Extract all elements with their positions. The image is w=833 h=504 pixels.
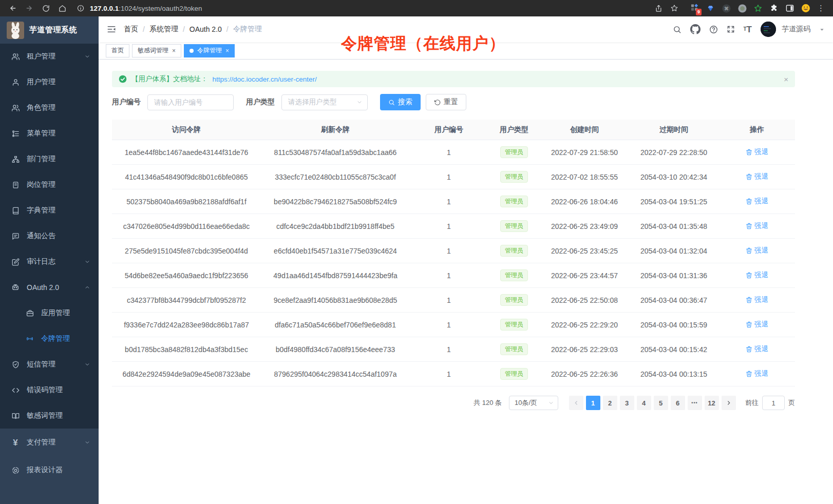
emoji-icon[interactable]: [799, 2, 812, 15]
search-button[interactable]: 搜索: [380, 94, 421, 110]
sidebar-item-sms[interactable]: 短信管理: [0, 352, 99, 377]
avatar[interactable]: [761, 22, 776, 37]
access-token-cell: c347026e805e4d99b0d116eae66eda8c: [112, 222, 261, 230]
chevron-up-icon: [84, 284, 90, 290]
page-button-3[interactable]: 3: [620, 396, 634, 410]
force-logout-button[interactable]: 强退: [746, 147, 768, 157]
username[interactable]: 芋道源码: [782, 25, 810, 34]
chevron-down-icon[interactable]: [819, 27, 825, 32]
page-button-12[interactable]: 12: [705, 396, 719, 410]
force-logout-label: 强退: [754, 147, 768, 157]
home-icon[interactable]: [55, 2, 69, 15]
sidebar-item-notice[interactable]: 通知公告: [0, 223, 99, 249]
force-logout-button[interactable]: 强退: [746, 221, 768, 230]
sidebar-item-oauth2-app[interactable]: 应用管理: [0, 300, 99, 326]
sidebar-item-audit[interactable]: 审计日志: [0, 249, 99, 275]
force-logout-button[interactable]: 强退: [746, 369, 768, 378]
tab-敏感词管理[interactable]: 敏感词管理×: [132, 44, 181, 57]
tab-令牌管理[interactable]: 令牌管理×: [184, 44, 235, 57]
chevron-down-icon: [84, 53, 90, 60]
sidebar-item-errcode[interactable]: 错误码管理: [0, 377, 99, 403]
sidebar-item-menu[interactable]: 菜单管理: [0, 121, 99, 146]
trash-icon: [746, 346, 752, 353]
sidebar-item-sensitive[interactable]: 敏感词管理: [0, 403, 99, 429]
fullscreen-icon[interactable]: [727, 25, 735, 33]
search-form: 用户编号 用户类型 请选择用户类型 搜索 重置: [112, 94, 795, 110]
create-time-cell: 2022-06-26 18:04:46: [540, 198, 629, 206]
action-cell: 强退: [719, 295, 795, 305]
user-id-cell: 1: [410, 345, 488, 354]
sidebar-item-report[interactable]: 报表设计器: [0, 456, 99, 484]
hamburger-icon[interactable]: [107, 25, 116, 34]
create-time-cell: 2022-06-25 23:49:09: [540, 222, 629, 230]
breadcrumb-item[interactable]: 系统管理: [149, 25, 178, 34]
force-logout-button[interactable]: 强退: [746, 172, 768, 181]
force-logout-button[interactable]: 强退: [746, 344, 768, 354]
page-button-1[interactable]: 1: [586, 396, 600, 410]
close-icon[interactable]: ×: [172, 47, 176, 54]
expire-time-cell: 2054-03-04 19:51:25: [629, 198, 719, 206]
search-icon[interactable]: [673, 25, 681, 34]
info-icon[interactable]: [76, 2, 85, 15]
record-circle-icon[interactable]: [735, 2, 749, 15]
sidebar-item-post[interactable]: 岗位管理: [0, 172, 99, 198]
more-pages-button[interactable]: •••: [688, 396, 702, 410]
table-row: 1ea5e44f8bc1467aaede43144f31de76811c5304…: [112, 140, 795, 165]
force-logout-label: 强退: [754, 320, 768, 329]
side-panel-icon[interactable]: [783, 2, 797, 15]
close-icon[interactable]: ×: [225, 47, 229, 54]
user-type-select[interactable]: 请选择用户类型: [281, 94, 368, 110]
force-logout-label: 强退: [754, 344, 768, 354]
page-button-4[interactable]: 4: [637, 396, 651, 410]
address-bar[interactable]: 127.0.0.1:1024/system/oauth2/token: [76, 2, 649, 15]
refresh-token-cell: be90422b8c7946218275a508bf524fc9: [261, 198, 410, 206]
app-logo[interactable]: 芋道管理系统: [0, 16, 99, 44]
help-icon[interactable]: [709, 25, 718, 34]
puzzle-icon[interactable]: [767, 2, 781, 15]
force-logout-button[interactable]: 强退: [746, 197, 768, 206]
close-icon[interactable]: ×: [784, 75, 788, 84]
sidebar-item-dict[interactable]: 字典管理: [0, 198, 99, 223]
user-id-input[interactable]: [147, 94, 234, 110]
green-star-icon[interactable]: [751, 2, 765, 15]
forward-icon[interactable]: [23, 2, 36, 15]
next-page-button[interactable]: [722, 396, 736, 410]
github-icon[interactable]: [690, 24, 701, 34]
force-logout-button[interactable]: 强退: [746, 295, 768, 304]
sidebar-item-oauth2[interactable]: OAuth 2.0: [0, 275, 99, 300]
sidebar-item-tenant[interactable]: 租户管理: [0, 44, 99, 69]
force-logout-button[interactable]: 强退: [746, 270, 768, 280]
page-size-select[interactable]: 10条/页: [509, 396, 558, 410]
star-icon[interactable]: [668, 2, 681, 15]
back-icon[interactable]: [6, 2, 20, 15]
fontsize-icon[interactable]: TT: [744, 25, 752, 34]
reload-icon[interactable]: [39, 2, 52, 15]
browser-menu-icon[interactable]: ⋮: [815, 4, 827, 13]
force-logout-button[interactable]: 强退: [746, 320, 768, 329]
doc-link[interactable]: https://doc.iocoder.cn/user-center/: [213, 75, 317, 83]
share-icon[interactable]: [652, 2, 665, 15]
refresh-token-cell: 333ecfc71e02480cb11055c875c3ca0f: [261, 173, 410, 181]
page-button-5[interactable]: 5: [654, 396, 668, 410]
goto-page-input[interactable]: [762, 396, 785, 410]
create-time-cell: 2022-07-02 18:55:55: [540, 173, 629, 181]
sidebar-item-role[interactable]: 角色管理: [0, 95, 99, 121]
tab-首页[interactable]: 首页: [106, 44, 129, 57]
sidebar-item-user[interactable]: 用户管理: [0, 69, 99, 95]
reset-button[interactable]: 重置: [426, 94, 466, 110]
users-icon: [11, 53, 20, 61]
extensions-grid-icon[interactable]: 9: [688, 2, 701, 15]
breadcrumb-item[interactable]: 首页: [124, 25, 138, 34]
sidebar-item-oauth2-token[interactable]: 令牌管理: [0, 326, 99, 352]
page-button-2[interactable]: 2: [603, 396, 617, 410]
page-button-6[interactable]: 6: [671, 396, 685, 410]
sidebar-item-dept[interactable]: 部门管理: [0, 146, 99, 172]
gem-icon[interactable]: [704, 2, 717, 15]
prev-page-button[interactable]: [569, 396, 583, 410]
table-body: 1ea5e44f8bc1467aaede43144f31de76811c5304…: [112, 140, 795, 386]
force-logout-button[interactable]: 强退: [746, 246, 768, 255]
breadcrumb-item[interactable]: OAuth 2.0: [190, 25, 222, 33]
command-circle-icon[interactable]: ⌘: [720, 2, 733, 15]
sidebar-item-pay[interactable]: ¥支付管理: [0, 429, 99, 456]
signal-icon: [25, 335, 34, 343]
